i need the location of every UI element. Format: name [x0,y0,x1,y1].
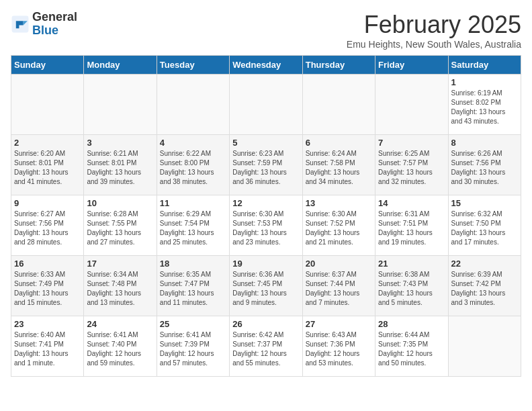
day-info: Sunrise: 6:32 AM Sunset: 7:50 PM Dayligh… [451,210,518,247]
day-info: Sunrise: 6:34 AM Sunset: 7:48 PM Dayligh… [87,270,153,308]
title-block: February 2025 Emu Heights, New South Wal… [347,11,521,50]
day-number: 4 [160,138,226,148]
calendar-cell: 1Sunrise: 6:19 AM Sunset: 8:02 PM Daylig… [448,75,521,135]
calendar-cell: 16Sunrise: 6:33 AM Sunset: 7:49 PM Dayli… [11,256,84,316]
calendar-cell [11,75,84,135]
day-info: Sunrise: 6:22 AM Sunset: 8:00 PM Dayligh… [160,149,226,187]
month-title: February 2025 [347,11,521,39]
calendar-cell [157,75,229,135]
day-info: Sunrise: 6:27 AM Sunset: 7:56 PM Dayligh… [14,210,81,247]
day-info: Sunrise: 6:43 AM Sunset: 7:36 PM Dayligh… [306,330,372,368]
calendar-cell: 26Sunrise: 6:42 AM Sunset: 7:37 PM Dayli… [230,316,302,377]
calendar-cell: 12Sunrise: 6:30 AM Sunset: 7:53 PM Dayli… [230,195,302,256]
day-info: Sunrise: 6:19 AM Sunset: 8:02 PM Dayligh… [451,89,518,126]
day-info: Sunrise: 6:44 AM Sunset: 7:35 PM Dayligh… [378,330,445,368]
day-info: Sunrise: 6:20 AM Sunset: 8:01 PM Dayligh… [14,149,81,187]
calendar-cell: 27Sunrise: 6:43 AM Sunset: 7:36 PM Dayli… [302,316,375,377]
calendar-cell: 20Sunrise: 6:37 AM Sunset: 7:44 PM Dayli… [302,256,375,316]
calendar-cell: 6Sunrise: 6:24 AM Sunset: 7:58 PM Daylig… [302,135,375,195]
day-number: 9 [14,198,81,208]
calendar-cell: 24Sunrise: 6:41 AM Sunset: 7:40 PM Dayli… [84,316,157,377]
weekday-header-friday: Friday [375,56,448,75]
calendar-cell: 5Sunrise: 6:23 AM Sunset: 7:59 PM Daylig… [230,135,302,195]
day-info: Sunrise: 6:38 AM Sunset: 7:43 PM Dayligh… [378,270,445,308]
calendar-week-2: 2Sunrise: 6:20 AM Sunset: 8:01 PM Daylig… [11,135,521,195]
weekday-header-saturday: Saturday [448,56,521,75]
calendar-cell: 14Sunrise: 6:31 AM Sunset: 7:51 PM Dayli… [375,195,448,256]
calendar-cell [448,316,521,377]
day-number: 17 [87,259,153,269]
calendar-cell: 11Sunrise: 6:29 AM Sunset: 7:54 PM Dayli… [157,195,229,256]
day-number: 14 [378,198,445,208]
calendar-cell [302,75,375,135]
calendar-cell: 4Sunrise: 6:22 AM Sunset: 8:00 PM Daylig… [157,135,229,195]
day-info: Sunrise: 6:31 AM Sunset: 7:51 PM Dayligh… [378,210,445,247]
calendar-cell: 7Sunrise: 6:25 AM Sunset: 7:57 PM Daylig… [375,135,448,195]
logo-icon [11,15,30,34]
calendar-cell [230,75,302,135]
day-info: Sunrise: 6:35 AM Sunset: 7:47 PM Dayligh… [160,270,226,308]
day-number: 20 [306,259,372,269]
day-info: Sunrise: 6:30 AM Sunset: 7:52 PM Dayligh… [306,210,372,247]
calendar-week-5: 23Sunrise: 6:40 AM Sunset: 7:41 PM Dayli… [11,316,521,377]
day-info: Sunrise: 6:30 AM Sunset: 7:53 PM Dayligh… [232,210,299,247]
weekday-header-row: SundayMondayTuesdayWednesdayThursdayFrid… [11,56,521,75]
logo-general-text: General [32,10,77,24]
day-info: Sunrise: 6:41 AM Sunset: 7:39 PM Dayligh… [160,330,226,368]
calendar-week-3: 9Sunrise: 6:27 AM Sunset: 7:56 PM Daylig… [11,195,521,256]
day-number: 6 [306,138,372,148]
day-number: 18 [160,259,226,269]
day-info: Sunrise: 6:24 AM Sunset: 7:58 PM Dayligh… [306,149,372,187]
day-number: 11 [160,198,226,208]
day-number: 16 [14,259,81,269]
weekday-header-thursday: Thursday [302,56,375,75]
day-info: Sunrise: 6:23 AM Sunset: 7:59 PM Dayligh… [232,149,299,187]
calendar-cell: 10Sunrise: 6:28 AM Sunset: 7:55 PM Dayli… [84,195,157,256]
day-number: 27 [306,319,372,329]
day-number: 19 [232,259,299,269]
day-number: 28 [378,319,445,329]
calendar-cell: 19Sunrise: 6:36 AM Sunset: 7:45 PM Dayli… [230,256,302,316]
day-number: 22 [451,259,518,269]
logo-blue-text: Blue [32,24,58,37]
day-number: 24 [87,319,153,329]
weekday-header-monday: Monday [84,56,157,75]
day-number: 15 [451,198,518,208]
day-number: 25 [160,319,226,329]
day-info: Sunrise: 6:41 AM Sunset: 7:40 PM Dayligh… [87,330,153,368]
day-info: Sunrise: 6:37 AM Sunset: 7:44 PM Dayligh… [306,270,372,308]
day-info: Sunrise: 6:42 AM Sunset: 7:37 PM Dayligh… [232,330,299,368]
calendar-cell: 9Sunrise: 6:27 AM Sunset: 7:56 PM Daylig… [11,195,84,256]
calendar-week-1: 1Sunrise: 6:19 AM Sunset: 8:02 PM Daylig… [11,75,521,135]
calendar-cell: 8Sunrise: 6:26 AM Sunset: 7:56 PM Daylig… [448,135,521,195]
day-number: 7 [378,138,445,148]
calendar-cell [84,75,157,135]
calendar-cell: 3Sunrise: 6:21 AM Sunset: 8:01 PM Daylig… [84,135,157,195]
weekday-header-wednesday: Wednesday [230,56,302,75]
day-number: 10 [87,198,153,208]
calendar-cell: 17Sunrise: 6:34 AM Sunset: 7:48 PM Dayli… [84,256,157,316]
location-text: Emu Heights, New South Wales, Australia [347,39,521,50]
calendar-cell: 2Sunrise: 6:20 AM Sunset: 8:01 PM Daylig… [11,135,84,195]
day-number: 26 [232,319,299,329]
day-number: 2 [14,138,81,148]
calendar-cell: 13Sunrise: 6:30 AM Sunset: 7:52 PM Dayli… [302,195,375,256]
day-info: Sunrise: 6:33 AM Sunset: 7:49 PM Dayligh… [14,270,81,308]
day-number: 13 [306,198,372,208]
calendar-cell: 21Sunrise: 6:38 AM Sunset: 7:43 PM Dayli… [375,256,448,316]
day-number: 3 [87,138,153,148]
logo: General Blue [11,11,77,38]
calendar-cell: 15Sunrise: 6:32 AM Sunset: 7:50 PM Dayli… [448,195,521,256]
calendar-cell [375,75,448,135]
day-info: Sunrise: 6:25 AM Sunset: 7:57 PM Dayligh… [378,149,445,187]
weekday-header-sunday: Sunday [11,56,84,75]
day-info: Sunrise: 6:28 AM Sunset: 7:55 PM Dayligh… [87,210,153,247]
calendar-cell: 28Sunrise: 6:44 AM Sunset: 7:35 PM Dayli… [375,316,448,377]
weekday-header-tuesday: Tuesday [157,56,229,75]
day-number: 12 [232,198,299,208]
day-info: Sunrise: 6:40 AM Sunset: 7:41 PM Dayligh… [14,330,81,368]
calendar-cell: 25Sunrise: 6:41 AM Sunset: 7:39 PM Dayli… [157,316,229,377]
day-info: Sunrise: 6:26 AM Sunset: 7:56 PM Dayligh… [451,149,518,187]
calendar-cell: 23Sunrise: 6:40 AM Sunset: 7:41 PM Dayli… [11,316,84,377]
day-info: Sunrise: 6:36 AM Sunset: 7:45 PM Dayligh… [232,270,299,308]
